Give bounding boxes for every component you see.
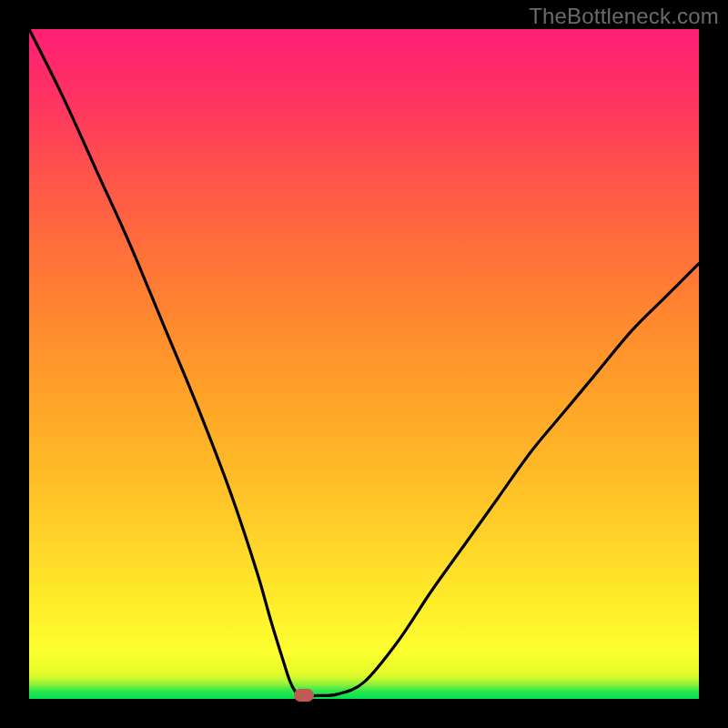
bottleneck-curve (29, 29, 699, 699)
watermark-text: TheBottleneck.com (529, 4, 719, 29)
chart-frame: TheBottleneck.com (0, 0, 728, 728)
plot-area (29, 29, 699, 699)
optimum-marker (294, 689, 314, 702)
